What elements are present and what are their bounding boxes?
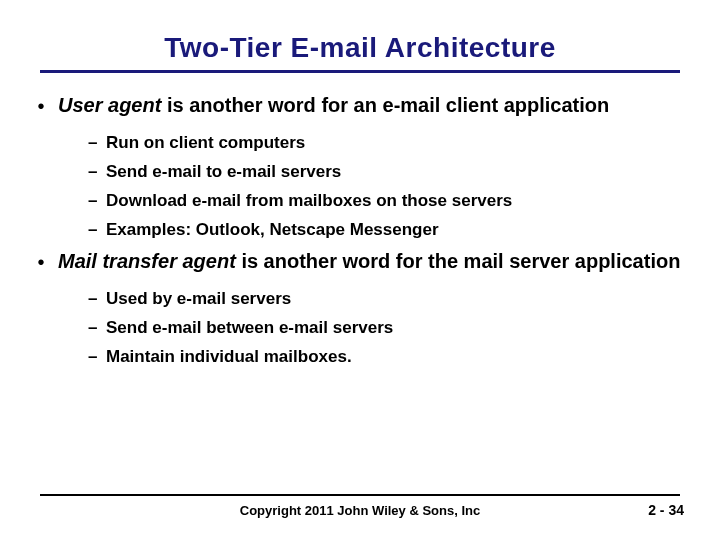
dash-icon: – (88, 191, 106, 211)
sub-item: – Used by e-mail servers (88, 289, 690, 309)
sub-item: – Download e-mail from mailboxes on thos… (88, 191, 690, 211)
sub-item: – Send e-mail to e-mail servers (88, 162, 690, 182)
dash-icon: – (88, 220, 106, 240)
copyright-text: Copyright 2011 John Wiley & Sons, Inc (0, 503, 720, 518)
sub-list: – Run on client computers – Send e-mail … (30, 120, 690, 240)
bullet-rest: is another word for an e-mail client app… (161, 94, 609, 116)
bullet-rest: is another word for the mail server appl… (236, 250, 681, 272)
page-number: 2 - 34 (648, 502, 684, 518)
bullet-item: • Mail transfer agent is another word fo… (30, 249, 690, 274)
sub-text: Used by e-mail servers (106, 289, 690, 309)
bullet-lead: User agent (58, 94, 161, 116)
sub-item: – Maintain individual mailboxes. (88, 347, 690, 367)
title-underline (40, 70, 680, 73)
bullet-text: User agent is another word for an e-mail… (52, 93, 690, 117)
bullet-dot-icon: • (30, 93, 52, 118)
sub-text: Send e-mail to e-mail servers (106, 162, 690, 182)
dash-icon: – (88, 133, 106, 153)
sub-list: – Used by e-mail servers – Send e-mail b… (30, 276, 690, 367)
bullet-item: • User agent is another word for an e-ma… (30, 93, 690, 118)
sub-item: – Send e-mail between e-mail servers (88, 318, 690, 338)
sub-text: Maintain individual mailboxes. (106, 347, 690, 367)
sub-text: Download e-mail from mailboxes on those … (106, 191, 690, 211)
sub-text: Send e-mail between e-mail servers (106, 318, 690, 338)
sub-item: – Examples: Outlook, Netscape Messenger (88, 220, 690, 240)
dash-icon: – (88, 289, 106, 309)
footer-divider (40, 494, 680, 496)
sub-item: – Run on client computers (88, 133, 690, 153)
dash-icon: – (88, 162, 106, 182)
bullet-text: Mail transfer agent is another word for … (52, 249, 690, 273)
slide: Two-Tier E-mail Architecture • User agen… (0, 0, 720, 540)
sub-text: Examples: Outlook, Netscape Messenger (106, 220, 690, 240)
bullet-lead: Mail transfer agent (58, 250, 236, 272)
dash-icon: – (88, 318, 106, 338)
bullet-dot-icon: • (30, 249, 52, 274)
sub-text: Run on client computers (106, 133, 690, 153)
content-area: • User agent is another word for an e-ma… (0, 83, 720, 367)
dash-icon: – (88, 347, 106, 367)
slide-title: Two-Tier E-mail Architecture (0, 0, 720, 70)
